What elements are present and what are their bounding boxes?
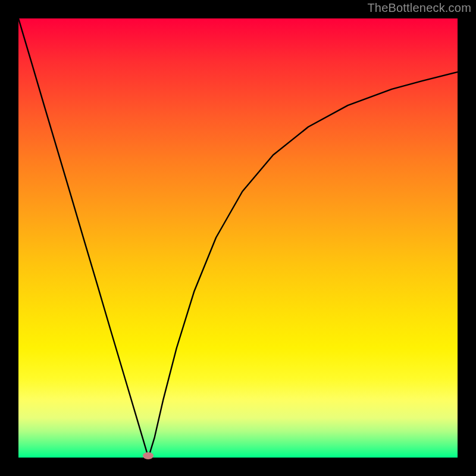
watermark-text: TheBottleneck.com [367, 1, 471, 15]
plot-area [18, 18, 458, 458]
curve-line [18, 18, 458, 458]
minimum-marker [143, 452, 154, 459]
chart-frame: TheBottleneck.com [0, 0, 476, 476]
